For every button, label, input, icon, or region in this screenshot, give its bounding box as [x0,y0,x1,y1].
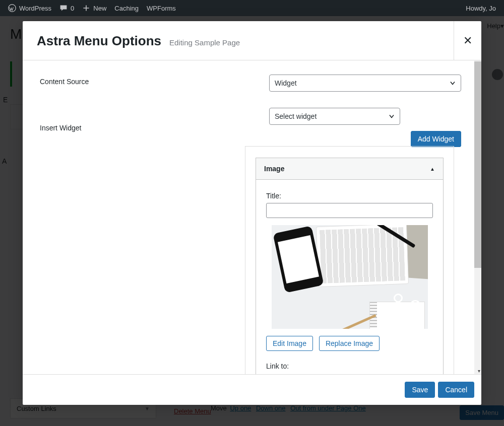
astra-menu-modal: Astra Menu Options Editing Sample Page ✕… [23,21,481,405]
close-icon: ✕ [463,34,472,47]
scrollbar-thumb[interactable] [474,61,481,268]
content-source-label: Content Source [40,75,269,86]
image-actions: Edit Image Replace Image [266,336,433,351]
modal-footer: Save Cancel [23,374,481,405]
title-label: Title: [266,192,433,200]
admin-bar-new-label: New [93,5,106,12]
admin-bar-wpforms[interactable]: WPForms [143,0,180,16]
admin-bar-howdy-label: Howdy, Jo [466,5,496,12]
modal-body: ▴ ▾ Content Source Widget Insert Widget … [23,60,481,374]
title-input[interactable] [266,203,433,218]
admin-bar-site[interactable]: WordPress [4,0,55,16]
wordpress-icon [8,4,16,12]
modal-header: Astra Menu Options Editing Sample Page ✕ [23,21,481,60]
modal-title: Astra Menu Options [37,33,161,49]
scroll-down-arrow[interactable]: ▾ [478,368,480,374]
select-widget-select[interactable]: Select widget [269,108,400,125]
admin-bar-new[interactable]: New [78,0,110,16]
collapse-up-icon: ▲ [430,166,435,172]
save-button[interactable]: Save [405,382,435,398]
image-preview [272,225,428,329]
modal-subtitle: Editing Sample Page [169,38,240,47]
admin-bar-howdy[interactable]: Howdy, Jo [462,0,500,16]
widget-body: Title: Edit Image Replace Image Link to [256,180,444,374]
chevron-down-icon [388,112,396,122]
widget-header[interactable]: Image ▲ [256,158,444,180]
content-source-row: Content Source Widget [40,75,461,92]
admin-bar-site-label: WordPress [19,5,51,12]
comment-icon [59,4,68,12]
content-source-select[interactable]: Widget [269,75,461,92]
select-widget-value: Select widget [275,112,317,120]
insert-widget-label: Insert Widget [40,108,269,132]
add-widget-button[interactable]: Add Widget [411,131,461,147]
admin-bar-caching-label: Caching [114,5,139,12]
link-to-label: Link to: [266,362,433,370]
admin-bar: WordPress 0 New Caching WPForms Howdy, J… [0,0,504,16]
admin-bar-wpforms-label: WPForms [147,5,176,12]
scrollbar-track[interactable]: ▴ ▾ [474,60,481,374]
admin-bar-caching[interactable]: Caching [110,0,143,16]
edit-image-button[interactable]: Edit Image [266,336,313,351]
chevron-down-icon [449,79,457,89]
insert-widget-row: Insert Widget Select widget Add Widget [40,108,461,147]
widget-header-title: Image [264,165,284,173]
admin-bar-comments[interactable]: 0 [55,0,78,16]
admin-bar-comments-count: 0 [71,5,74,12]
close-button[interactable]: ✕ [454,21,481,60]
cancel-button[interactable]: Cancel [438,382,474,398]
content-source-value: Widget [275,79,297,87]
replace-image-button[interactable]: Replace Image [319,336,380,351]
widget-panel: Image ▲ Title: Edit Image [245,146,454,374]
plus-icon [82,4,90,12]
